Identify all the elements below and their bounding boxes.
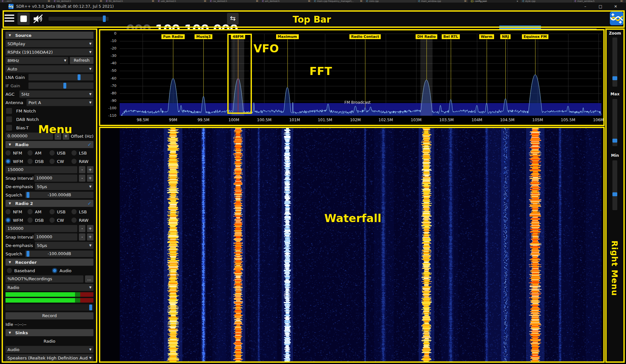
enabled-check-icon[interactable]: ✓ — [87, 142, 92, 147]
fft-panel[interactable]: FM Broadcast 0-10-20-30-40-50-60-70-80-9… — [100, 30, 603, 125]
source-section-header[interactable]: ▼ Source — [5, 32, 93, 39]
recorder-stream-dropdown[interactable]: Radio▼ — [5, 284, 93, 291]
station-label[interactable]: Maximum — [276, 34, 299, 39]
min-slider[interactable] — [612, 160, 617, 210]
squelch-slider[interactable]: -100.000dB — [25, 251, 93, 257]
snap-interval-input[interactable]: 100000 — [34, 175, 77, 182]
zoom-slider[interactable] — [612, 37, 617, 87]
mode-raw[interactable]: RAW — [71, 158, 93, 165]
mode-lsb[interactable]: LSB — [71, 208, 93, 215]
close-tab-icon[interactable]: × — [516, 0, 518, 3]
volume-slider[interactable] — [49, 17, 109, 21]
fm-notch-checkbox[interactable] — [6, 108, 12, 114]
mode-wfm-selected[interactable]: WFM — [5, 217, 27, 224]
fft-zoom-fill[interactable] — [499, 26, 541, 29]
stop-button[interactable] — [17, 13, 30, 25]
editor-tab[interactable]: Clsb_demod.hM — [52, 0, 104, 3]
snap-minus-button[interactable]: - — [79, 233, 85, 241]
mode-cw[interactable]: CW — [49, 217, 71, 224]
radio2-section-header[interactable]: ▼ Radio 2 ✓ — [5, 200, 93, 207]
editor-tab[interactable]: Cmain.cpp frequency_manager\...M — [312, 0, 364, 3]
station-label[interactable]: 48FM — [231, 34, 245, 39]
mode-dsb[interactable]: DSB — [27, 158, 49, 165]
editor-tab[interactable]: Cusb_demod.hM — [156, 0, 208, 3]
mode-wfm-selected[interactable]: WFM — [5, 158, 27, 165]
mute-speaker-icon[interactable] — [32, 13, 43, 25]
editor-tab[interactable]: Ccore.cpp — [364, 0, 416, 3]
mode-am[interactable]: AM — [27, 208, 49, 215]
recording-path-input[interactable]: %ROOT%/Recordings — [5, 275, 83, 283]
editor-tab[interactable]: Cmain_window.cppM — [416, 0, 469, 3]
record-button[interactable]: Record — [5, 312, 93, 319]
agc-dropdown[interactable]: 5Hz▼ — [19, 91, 93, 98]
audio-radio-selected[interactable]: Audio — [52, 267, 91, 274]
audio-device-dropdown[interactable]: Speakers (Realtek High Definition Audio)… — [5, 354, 93, 361]
samplerate-dropdown[interactable]: 8MHz▼ — [5, 57, 68, 64]
maximize-button[interactable]: □ — [593, 3, 608, 10]
mode-dsb[interactable]: DSB — [27, 217, 49, 224]
station-label[interactable]: Radio Contact — [350, 34, 381, 39]
recorder-section-header[interactable]: ▼ Recorder — [5, 259, 93, 266]
station-label[interactable]: Musiq3 — [195, 34, 212, 39]
station-label[interactable]: DH Radio — [416, 34, 437, 39]
device-dropdown[interactable]: RSPdx (191106DA42)▼ — [5, 48, 93, 56]
mode-am[interactable]: AM — [27, 149, 49, 156]
snap-plus-button[interactable]: + — [87, 175, 93, 182]
if-gain-slider[interactable] — [28, 82, 93, 89]
close-button[interactable]: ✕ — [608, 3, 623, 10]
mode-nfm[interactable]: NFM — [5, 208, 27, 215]
editor-tab[interactable]: Cam_demod.hM — [260, 0, 312, 3]
minimize-button[interactable]: – — [578, 3, 593, 10]
station-label[interactable]: Warm — [479, 34, 494, 39]
editor-tab[interactable]: Cmain_window.hM — [573, 0, 625, 3]
bias-t-checkbox[interactable] — [6, 125, 12, 131]
source-type-dropdown[interactable]: SDRplay▼ — [5, 40, 93, 47]
snap-minus-button[interactable]: - — [79, 175, 85, 182]
bandwidth-input[interactable]: 150000 — [5, 225, 77, 232]
waterfall-canvas[interactable] — [120, 128, 601, 361]
sink-type-dropdown[interactable]: Audio▼ — [5, 346, 93, 353]
dab-notch-checkbox[interactable] — [6, 116, 12, 122]
editor-tab[interactable]: Cstyle.cpp — [521, 0, 573, 3]
snap-interval-input[interactable]: 100000 — [34, 233, 77, 241]
menu-toggle-button[interactable] — [5, 13, 15, 24]
station-label[interactable]: Bel RTL — [442, 34, 460, 39]
mode-usb[interactable]: USB — [49, 149, 71, 156]
sinks-section-header[interactable]: ▼ Sinks — [5, 329, 93, 336]
radio-section-header[interactable]: ▼ Radio ✓ — [5, 141, 93, 148]
mode-raw[interactable]: RAW — [71, 217, 93, 224]
enabled-check-icon[interactable]: ✓ — [87, 200, 92, 206]
editor-tab[interactable]: C...od.hM — [0, 0, 52, 3]
editor-tab[interactable]: Cmain.cpp radio\...M — [625, 0, 626, 3]
station-label[interactable]: NRJ — [500, 34, 511, 39]
mode-nfm[interactable]: NFM — [5, 149, 27, 156]
waterfall-panel[interactable] — [100, 128, 603, 361]
squelch-slider[interactable]: -100.000dB — [25, 192, 93, 198]
bw-plus-button[interactable]: + — [87, 166, 93, 173]
deemphasis-dropdown[interactable]: 50µs▼ — [35, 183, 93, 190]
editor-tab-strip[interactable]: C...od.hMClsb_demod.hMCfm_demod.hMCusb_d… — [0, 0, 626, 3]
gain-mode-dropdown[interactable]: Auto▼ — [5, 65, 93, 72]
editor-tab[interactable]: Ccw_demod.hM — [208, 0, 260, 3]
max-slider[interactable] — [612, 99, 617, 146]
lna-gain-slider[interactable] — [28, 74, 93, 80]
bw-plus-button[interactable]: + — [87, 225, 93, 232]
snap-plus-button[interactable]: + — [87, 233, 93, 241]
baseband-radio[interactable]: Baseband — [7, 267, 52, 274]
deemphasis-dropdown[interactable]: 50µs▼ — [35, 242, 93, 249]
bw-minus-button[interactable]: - — [79, 166, 85, 173]
editor-tab[interactable]: {}config.json× — [469, 0, 521, 3]
browse-button[interactable]: ... — [85, 275, 93, 283]
refresh-button[interactable]: Refresh — [70, 57, 93, 64]
station-label[interactable]: Fun Radio — [162, 34, 185, 39]
vfo-swap-button[interactable]: ⇆ — [227, 13, 239, 25]
station-label[interactable]: Equinox FM — [522, 34, 548, 39]
mode-lsb[interactable]: LSB — [71, 149, 93, 156]
bw-minus-button[interactable]: - — [79, 225, 85, 232]
bandwidth-input[interactable]: 150000 — [5, 166, 77, 173]
mode-cw[interactable]: CW — [49, 158, 71, 165]
editor-tab[interactable]: Cfm_demod.hM — [104, 0, 156, 3]
antenna-dropdown[interactable]: Port A▼ — [27, 99, 93, 106]
recorder-volume-slider[interactable] — [5, 304, 93, 311]
mode-usb[interactable]: USB — [49, 208, 71, 215]
